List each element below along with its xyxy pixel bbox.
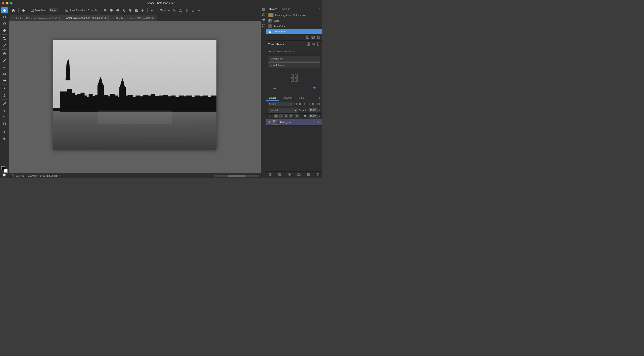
screen-mode[interactable]: ⬜ bbox=[2, 174, 7, 177]
lock-move-btn[interactable] bbox=[284, 114, 288, 118]
magic-wand-tool[interactable] bbox=[1, 27, 8, 34]
create-new-library-btn[interactable]: + Create new library bbox=[266, 48, 322, 55]
filter-shape-btn[interactable] bbox=[307, 102, 311, 106]
layer-group-btn[interactable] bbox=[296, 172, 302, 177]
filter-pixel-btn[interactable] bbox=[294, 102, 298, 106]
layer-adjustment-btn[interactable] bbox=[287, 172, 292, 177]
more-tools-btn[interactable]: ··· bbox=[1, 160, 8, 166]
layers-tab-channels[interactable]: Channels bbox=[279, 95, 295, 101]
hand-tool[interactable] bbox=[1, 129, 8, 135]
crop-tool[interactable] bbox=[1, 36, 8, 42]
auto-select-check[interactable] bbox=[31, 9, 34, 12]
panel-swatches-btn[interactable] bbox=[262, 23, 266, 28]
layer-mask-btn[interactable] bbox=[277, 172, 282, 177]
align-top-btn[interactable] bbox=[122, 8, 126, 12]
tabs-collapse-btn[interactable]: » bbox=[255, 16, 260, 20]
screen-mode-indicator[interactable] bbox=[11, 174, 14, 177]
tab-3-close[interactable]: × bbox=[112, 16, 115, 20]
tab-1[interactable]: × Hamburg Alster Boat Main.jpg @ 66,7% (… bbox=[10, 15, 59, 21]
library-photo-btn[interactable] bbox=[311, 42, 315, 47]
color-swatches[interactable] bbox=[1, 166, 8, 173]
gradient-tool[interactable] bbox=[1, 77, 8, 84]
maximize-button[interactable] bbox=[10, 2, 12, 4]
layers-tab-layers[interactable]: Layers bbox=[266, 95, 279, 101]
lasso-tool[interactable] bbox=[1, 20, 8, 27]
zoom-tool[interactable] bbox=[1, 136, 8, 142]
distribute-h-btn[interactable] bbox=[140, 8, 145, 12]
lock-pixels-btn[interactable] bbox=[274, 114, 278, 118]
align-right-btn[interactable] bbox=[115, 8, 120, 12]
path-selection-tool[interactable] bbox=[1, 114, 8, 120]
history-item-1[interactable]: Open bbox=[266, 18, 322, 24]
fill-chevron[interactable] bbox=[318, 115, 321, 118]
library-item-yourlibrary[interactable]: Your Library bbox=[268, 62, 320, 68]
layers-tab-paths[interactable]: Paths bbox=[295, 95, 306, 101]
brush-tool[interactable] bbox=[1, 57, 8, 64]
shape-tool[interactable] bbox=[1, 121, 8, 127]
filter-type-btn[interactable]: T bbox=[302, 102, 306, 106]
blur-tool[interactable] bbox=[1, 86, 8, 92]
move-options[interactable] bbox=[21, 8, 29, 12]
align-bottom-btn[interactable] bbox=[134, 8, 139, 12]
history-item-3[interactable]: Desaturate bbox=[266, 29, 322, 34]
3d-btn-5[interactable] bbox=[197, 8, 202, 12]
panel-info-btn[interactable]: i bbox=[262, 12, 266, 17]
filter-adjustment-btn[interactable] bbox=[298, 102, 302, 106]
canvas-area[interactable] bbox=[9, 21, 261, 173]
more-options-btn[interactable]: ··· bbox=[150, 8, 155, 12]
history-delete-btn[interactable] bbox=[317, 35, 320, 40]
background-color[interactable] bbox=[4, 168, 8, 173]
tab-2-close[interactable]: × bbox=[62, 16, 63, 20]
lock-artboards-btn[interactable] bbox=[289, 114, 293, 118]
collapse-icon[interactable]: ≡ bbox=[319, 2, 320, 4]
history-item-0[interactable]: Hamburg Alster Golden Hour.... bbox=[266, 12, 322, 18]
eyedropper-tool[interactable] bbox=[1, 42, 8, 48]
layers-menu-btn[interactable]: ≡ bbox=[317, 96, 322, 100]
spot-healing-tool[interactable] bbox=[1, 50, 8, 57]
panel-character-btn[interactable]: A bbox=[262, 28, 266, 33]
align-center-btn[interactable] bbox=[109, 8, 114, 12]
library-grid-btn[interactable] bbox=[306, 42, 310, 47]
type-tool[interactable]: T bbox=[1, 107, 8, 114]
lock-all-btn[interactable] bbox=[295, 114, 299, 118]
panel-color-btn[interactable] bbox=[262, 18, 266, 22]
layer-delete-btn[interactable] bbox=[316, 172, 321, 177]
3d-btn-2[interactable] bbox=[178, 8, 183, 12]
layers-kind-filter[interactable]: Kind bbox=[268, 102, 292, 106]
3d-btn-3[interactable] bbox=[184, 8, 189, 12]
tab-2[interactable]: × Hamburg Alster Golden Hour.jpg @ 66,7%… bbox=[60, 15, 109, 21]
show-transform-checkbox[interactable]: Show Transform Controls bbox=[64, 8, 98, 12]
history-create-doc-btn[interactable] bbox=[306, 35, 310, 40]
opacity-chevron[interactable] bbox=[318, 109, 321, 111]
blend-mode-select[interactable]: Normal Multiply Screen Overlay bbox=[268, 108, 298, 112]
layer-item-background[interactable]: Background bbox=[266, 119, 322, 126]
actions-tab[interactable]: Actions bbox=[279, 6, 293, 12]
close-button[interactable] bbox=[2, 2, 4, 4]
library-trash-btn[interactable] bbox=[316, 42, 320, 47]
move-tool[interactable] bbox=[1, 7, 8, 14]
tab-1-close[interactable]: × bbox=[12, 16, 14, 20]
layer-fx-btn[interactable]: fx bbox=[268, 172, 272, 177]
align-left-btn[interactable] bbox=[103, 8, 108, 12]
filter-toggle-btn[interactable] bbox=[317, 102, 321, 106]
3d-btn-1[interactable] bbox=[172, 8, 177, 12]
lock-paint-btn[interactable] bbox=[279, 114, 283, 118]
layer-new-btn[interactable] bbox=[306, 172, 311, 177]
history-menu-btn[interactable]: ≡ bbox=[317, 7, 322, 12]
transform-check[interactable] bbox=[66, 9, 68, 12]
auto-select-mode[interactable]: Layer bbox=[49, 8, 58, 12]
pen-tool[interactable] bbox=[1, 101, 8, 107]
layer-visibility-background[interactable] bbox=[268, 120, 271, 124]
filter-smart-btn[interactable] bbox=[311, 102, 315, 106]
tab-3[interactable]: × Hamburg Skyline HDR.jpg (RGB/8) bbox=[109, 15, 157, 21]
fill-input[interactable] bbox=[308, 114, 318, 118]
home-btn[interactable] bbox=[11, 8, 16, 12]
history-snapshot-btn[interactable] bbox=[311, 35, 315, 40]
opacity-input[interactable] bbox=[308, 108, 318, 112]
marquee-tool[interactable] bbox=[1, 14, 8, 20]
minimize-button[interactable] bbox=[6, 2, 8, 4]
align-vmiddle-btn[interactable] bbox=[128, 8, 132, 12]
clone-stamp-tool[interactable] bbox=[1, 64, 8, 70]
library-add-btn[interactable]: + bbox=[313, 85, 316, 90]
history-item-2[interactable]: Auto Color bbox=[266, 24, 322, 29]
